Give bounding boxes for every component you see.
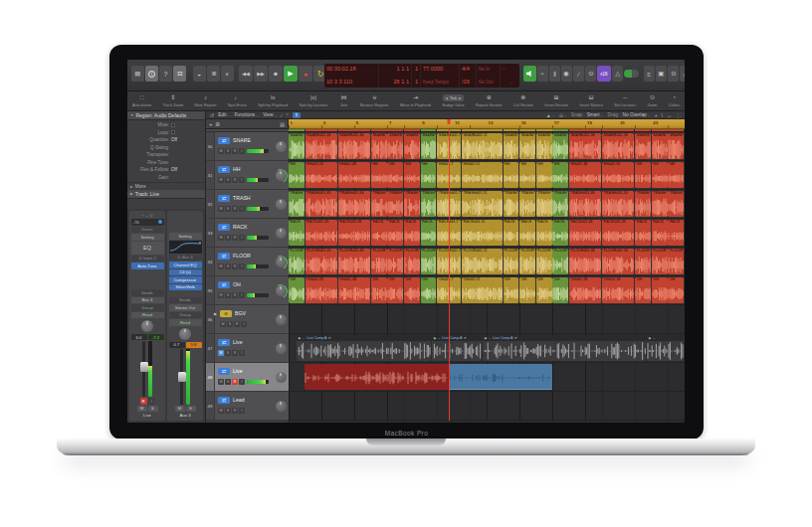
audio-region[interactable]: OH#01.38 [569, 277, 601, 304]
camera-button[interactable]: ◉ [561, 66, 572, 82]
track-header-35[interactable]: 35⇄OHMSRI [206, 276, 289, 305]
solo-button[interactable]: S [148, 406, 158, 413]
audio-region[interactable]: SNARE [652, 133, 668, 160]
track-s-button[interactable]: S [225, 292, 231, 298]
audio-region[interactable]: RACK#01.11 [462, 220, 503, 247]
track-zoom-button[interactable]: ⇕Track Zoom [163, 94, 184, 107]
audio-region[interactable]: SNARE [668, 133, 684, 160]
note-repeat-button[interactable]: ♪Note Repeat [194, 94, 216, 107]
audio-region[interactable]: TRASH [289, 191, 304, 218]
audio-region[interactable]: OH [668, 277, 684, 304]
track-zoom-toggle[interactable]: ⇕ [293, 112, 301, 118]
audio-region[interactable]: TRASH [668, 191, 684, 218]
audio-region[interactable]: FLOOR [421, 249, 437, 275]
track-r-button[interactable]: R [232, 350, 238, 356]
track-i-button[interactable]: I [239, 235, 245, 241]
track-r-button[interactable]: R [232, 177, 238, 183]
audio-region[interactable]: OH [371, 277, 387, 304]
cut-section-button[interactable]: ⊗Cut Section [513, 94, 533, 107]
track-i-button[interactable]: I [239, 408, 245, 414]
inspector-row-quantize[interactable]: Quantize:Off [127, 136, 205, 144]
nudge-tick-pill[interactable]: ◀Tick▶ [443, 94, 463, 101]
volume-value[interactable]: 0.7 [169, 342, 185, 348]
audio-region[interactable]: HH#01.11 [462, 162, 503, 189]
stepper-right-icon[interactable]: ▶ [459, 96, 462, 100]
track-inspector-header[interactable]: ▶ Track: Live [127, 190, 205, 199]
inspector-row-gain[interactable]: Gain: [127, 174, 205, 182]
audio-region[interactable]: OH [504, 277, 519, 304]
direct-slot[interactable]: Direct [131, 227, 164, 234]
audio-region[interactable]: HH [552, 162, 568, 189]
inspector-row-finetune[interactable]: Fine Tune: [127, 159, 205, 167]
audio-region[interactable]: FLOOR#01.39 [602, 249, 634, 275]
audio-region[interactable]: SNARE [504, 133, 519, 160]
zoom-button[interactable]: ⊙Zoom [647, 94, 657, 107]
track-r-button[interactable]: R [232, 292, 238, 298]
peak-level-value[interactable]: -7.2 [148, 334, 164, 340]
tuner-button[interactable]: ‖ [549, 66, 560, 82]
rewind-button[interactable]: ◀◀ [239, 66, 253, 82]
forward-button[interactable]: ▶▶ [254, 66, 268, 82]
monitoring-button[interactable] [523, 66, 536, 82]
spot-erase-button[interactable]: ♩Spot Erase [228, 94, 247, 107]
marquee-icon[interactable]: I [662, 112, 663, 118]
track-header-49[interactable]: 49⇄LeadMSRI [206, 392, 289, 421]
track-i-button[interactable]: I [239, 148, 245, 154]
audio-region[interactable]: HH [289, 162, 304, 189]
audio-region[interactable]: TRASH [371, 191, 387, 218]
track-header-31[interactable]: 31⇄HHMSRI [206, 161, 289, 190]
audio-region[interactable]: SNARE [552, 133, 568, 160]
audio-region[interactable]: RACK [387, 220, 403, 247]
audio-region[interactable]: FLOOR [387, 249, 403, 275]
audio-region[interactable]: TRASH#01.39 [602, 191, 634, 218]
eq-thumbnail[interactable] [169, 241, 202, 254]
audio-region[interactable]: SNARE [421, 133, 437, 160]
track-s-button[interactable]: S [225, 264, 231, 269]
repeat-section-button[interactable]: ⊕Repeat Section [476, 94, 503, 107]
track-m-button[interactable]: M [218, 235, 224, 241]
volume-value[interactable]: 6.0 [131, 334, 147, 340]
track-header-47[interactable]: 47⇄LiveMSRI [206, 334, 289, 363]
track-pan-knob[interactable] [276, 314, 287, 325]
audio-region[interactable]: RACK#01.29 [305, 220, 337, 247]
stack-disclosure-icon[interactable]: ▶ [214, 311, 217, 316]
audio-region[interactable]: FLOOR [668, 249, 684, 275]
track-pan-knob[interactable] [276, 199, 287, 210]
lcd-display[interactable]: 00:30:02.18 10 3 3 110 1 1 1 26 1 1 1 1 … [324, 64, 519, 88]
audio-region[interactable]: TRASH [404, 191, 420, 218]
track-pan-knob[interactable] [276, 141, 287, 152]
volume-fader[interactable] [180, 349, 183, 405]
audio-region[interactable]: SNARE#01.38 [569, 133, 601, 160]
track-s-button[interactable]: S [225, 408, 231, 414]
group-slot[interactable]: Group [169, 312, 202, 319]
audio-region[interactable]: OH [387, 277, 403, 304]
gain-slot[interactable]: -70 [131, 219, 164, 226]
track-i-button[interactable]: I [239, 350, 245, 356]
bounce-regions-button[interactable]: ⊎Bounce Regions [360, 94, 389, 107]
metronome-button[interactable]: △ [612, 66, 623, 82]
audio-region[interactable]: TRASH [504, 191, 519, 218]
more-row[interactable]: ▶ More [127, 182, 205, 190]
track-header-config-button[interactable]: ▤ [280, 121, 285, 127]
audio-region[interactable]: RACK#01.38 [569, 220, 601, 247]
audio-region[interactable]: TRASH [421, 191, 437, 218]
audio-region[interactable]: HH [668, 162, 684, 189]
autopunch-toggle[interactable] [624, 70, 639, 78]
v-zoom-icon[interactable]: ⋮ [676, 112, 681, 118]
plugin-slot[interactable]: C4 (s) [169, 269, 202, 276]
audio-region[interactable]: SNARE#01.11 [462, 133, 503, 160]
track-header-34[interactable]: 34⇄FLOORMSRI [206, 248, 289, 276]
audio-region[interactable]: TRASH#01.29 [305, 191, 337, 218]
track-m-button[interactable]: M [218, 350, 224, 356]
audio-region[interactable]: TRASH [519, 191, 535, 218]
library-button[interactable]: ▤ [131, 66, 144, 82]
plugin-slot[interactable]: Channel EQ [169, 262, 202, 268]
audio-region[interactable]: TRASH [387, 191, 403, 218]
track-m-button[interactable]: M [218, 148, 224, 154]
audio-region[interactable]: SNARE#01.29 [305, 133, 337, 160]
audio-region[interactable]: HH [536, 162, 552, 189]
toolbar-toggle-button[interactable]: ⊡ [173, 66, 186, 82]
track-m-button[interactable]: M [218, 177, 224, 183]
track-pan-knob[interactable] [276, 401, 287, 412]
audio-region[interactable]: OH#01.28 [338, 277, 370, 304]
